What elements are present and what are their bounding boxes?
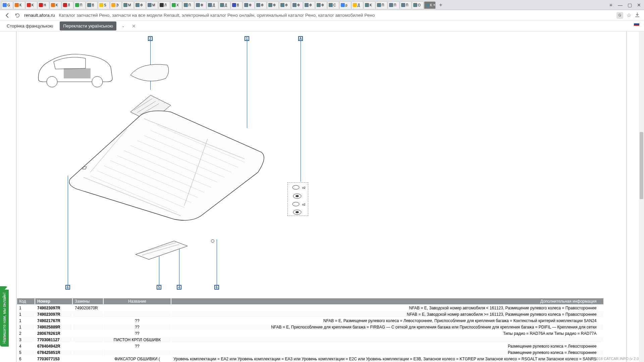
browser-tab[interactable]: В [231,1,243,9]
back-button[interactable] [4,12,11,19]
browser-tab[interactable]: Ф [291,1,303,9]
content-frame: 2 1 A 6 5 4 6 [16,32,627,362]
floor-mat [57,105,271,226]
svg-rect-2 [64,68,91,78]
address-bar: renault.afora.ru Каталог запчастей Рено,… [0,10,644,21]
download-icon[interactable] [635,12,640,19]
table-row[interactable]: 4678404942R??Размещение рулевого колеса … [17,343,603,349]
browser-tab[interactable]: О [412,1,424,9]
car-illustration [35,48,116,95]
col-info: Дополнительная информация [171,298,603,304]
fasteners-detail: x2 x2 [287,182,308,216]
table-row[interactable]: 1749023097R749020870RNFAB = E, Заводской… [17,305,603,311]
pin-icon [211,239,214,243]
flag-icon [634,22,639,26]
browser-tab[interactable]: Ф [303,1,315,9]
browser-tab[interactable]: Х [170,1,182,9]
browser-tab[interactable]: Ф [279,1,291,9]
browser-tab[interactable]: K [50,1,61,9]
maximize-icon[interactable]: ▢ [626,2,633,8]
browser-tab[interactable]: П [182,1,194,9]
svg-point-0 [47,76,57,87]
browser-tab[interactable]: Ф [267,1,279,9]
callout-1[interactable]: 1 [245,36,249,41]
url-domain: renault.afora.ru [24,13,55,18]
callout-2[interactable]: 2 [148,36,153,41]
bookmark-icon[interactable]: ☆ [627,12,631,18]
browser-tab[interactable]: Ф [255,1,267,9]
browser-tab[interactable]: Л [158,1,170,9]
svg-point-10 [296,211,299,213]
browser-tab[interactable]: G [1,1,13,9]
col-num: Номер [35,298,72,304]
browser-tab[interactable]: П [400,1,412,9]
page-content: 2 1 A 6 5 4 6 [0,32,644,362]
translate-option-translate[interactable]: Перекласти українською [60,21,116,31]
svg-text:x2: x2 [302,203,306,206]
browser-tab[interactable]: M [122,1,134,9]
browser-tab[interactable]: Д [352,1,363,9]
browser-tab[interactable]: П [376,1,387,9]
browser-tab[interactable]: p [339,1,351,9]
table-row[interactable]: 1749021767R??NFAB = E, Размещение рулево… [17,318,603,323]
browser-tab[interactable]: Ф [195,1,206,9]
table-row[interactable]: 37703081127ПИСТОН КРПЛ ОБШИВК [17,337,603,343]
scrollbar[interactable] [639,32,644,362]
callout-6b[interactable]: 6 [214,285,219,290]
translate-option-original[interactable]: Сторінка французькою [3,21,56,31]
callout-4[interactable]: 4 [177,285,181,290]
reload-button[interactable] [14,12,21,19]
col-sub: Замены [73,298,103,304]
table-row[interactable]: 2280678261R??Типы радио = RAD76A или Тип… [17,330,603,336]
svg-point-1 [92,76,103,87]
parts-table: Код Номер Замены Название Дополнительная… [16,298,604,362]
svg-point-3 [292,185,299,189]
close-icon[interactable]: ✕ [635,2,643,8]
browser-tab[interactable]: С [327,1,339,9]
browser-tab[interactable]: K [364,1,375,9]
parts-diagram: 2 1 A 6 5 4 6 [16,32,626,293]
col-name: Название [104,298,171,304]
callout-A[interactable]: A [298,36,303,41]
col-code: Код [17,298,35,304]
menu-icon[interactable]: ≡ [607,2,614,8]
table-row[interactable]: 67703077153ФИКСАТОР ОБШИВКИ (Уровень ком… [17,356,603,362]
threshold-part [134,239,191,263]
browser-tab[interactable]: П [388,1,399,9]
browser-tab[interactable]: K [25,1,37,9]
scrollbar-thumb[interactable] [640,132,643,199]
browser-tab-strip: GKKHKЛПBSЭMФMЛХПФДДВФФФФФФФСpДKПППОK✕ + … [0,0,644,10]
svg-point-6 [296,195,299,197]
support-tab[interactable]: Напишите нам, мы онлайн! [0,290,9,347]
minimize-icon[interactable]: — [616,2,624,8]
svg-text:x2: x2 [302,186,306,189]
browser-tab[interactable]: M [146,1,158,9]
svg-point-7 [292,202,299,206]
browser-tab[interactable]: Д [207,1,218,9]
new-tab-button[interactable]: + [437,2,444,8]
browser-tab[interactable]: Ф [134,1,146,9]
callout-6a[interactable]: 6 [65,285,70,290]
table-row[interactable]: 5678425851RРазмещение рулевого колеса = … [17,350,603,355]
url-display[interactable]: renault.afora.ru Каталог запчастей Рено,… [24,13,375,18]
translate-close-icon[interactable]: ✕ [130,23,138,29]
table-header-row: Код Номер Замены Название Дополнительная… [17,298,603,304]
translate-icon[interactable]: G [616,12,623,19]
browser-tab[interactable]: K✕ [424,1,436,9]
browser-tab[interactable]: B [86,1,98,9]
browser-tab[interactable]: S [98,1,110,9]
browser-tab[interactable]: Ф [243,1,255,9]
browser-tab[interactable]: K [13,1,25,9]
callout-5[interactable]: 5 [157,285,161,290]
panel-part [127,58,174,88]
translate-dropdown-icon[interactable]: ⌄ [120,23,126,28]
footer-text: 2018 CATCAR.INFO (v 2.0) [595,357,640,361]
table-row[interactable]: 1749023097RNFAB = E, Заводской номер авт… [17,311,603,317]
browser-tab[interactable]: Л [62,1,73,9]
browser-tab[interactable]: Э [110,1,122,9]
browser-tab[interactable]: П [74,1,86,9]
table-row[interactable]: 1749025889R??NFAB = E, Приспособление дл… [17,324,603,330]
browser-tab[interactable]: H [38,1,49,9]
browser-tab[interactable]: Д [219,1,230,9]
browser-tab[interactable]: Ф [315,1,327,9]
